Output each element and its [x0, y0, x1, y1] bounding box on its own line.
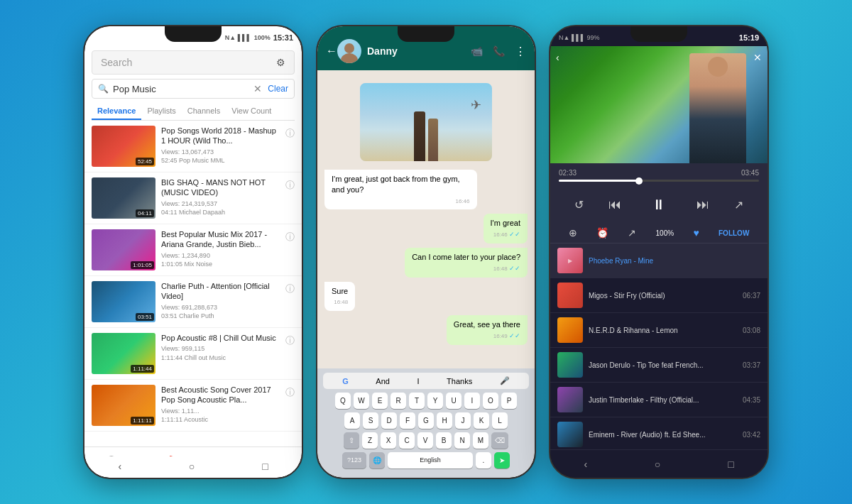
video-title-1: Pop Songs World 2018 - Mashup 1 HOUR (Wi… — [161, 126, 280, 146]
key-s[interactable]: S — [363, 412, 378, 429]
playlist-item-2[interactable]: N.E.R.D & Rihanna - Lemon 03:08 — [550, 313, 768, 348]
suggestion-and[interactable]: And — [376, 377, 390, 385]
info-icon-2[interactable]: ⓘ — [285, 179, 295, 192]
mp-track[interactable] — [559, 180, 759, 182]
favorite-icon[interactable]: ♥ — [693, 227, 699, 239]
add-to-playlist-icon[interactable]: ⊕ — [569, 227, 577, 239]
share2-icon[interactable]: ↗ — [628, 227, 636, 239]
info-icon-6[interactable]: ⓘ — [285, 386, 295, 399]
playlist-info-4: Justin Timberlake - Filthy (Official... — [589, 396, 734, 404]
key-u[interactable]: U — [446, 393, 462, 409]
key-g[interactable]: G — [418, 412, 434, 429]
info-icon-1[interactable]: ⓘ — [285, 127, 295, 140]
message-2: I'm great 16:46 ✓✓ — [324, 214, 528, 248]
tab-viewcount[interactable]: View Count — [226, 103, 277, 120]
mp-current-time: 02:33 — [559, 169, 577, 177]
mp-nav-home[interactable]: ○ — [655, 459, 660, 470]
key-p[interactable]: P — [501, 393, 517, 409]
key-f[interactable]: F — [400, 412, 415, 429]
wa-video-call-icon[interactable]: 📹 — [471, 45, 483, 57]
key-m[interactable]: M — [473, 432, 488, 449]
info-icon-5[interactable]: ⓘ — [285, 334, 295, 347]
bubble-out-5: Great, see ya there 16:49 ✓✓ — [447, 315, 528, 345]
key-c[interactable]: C — [399, 432, 415, 449]
suggestion-thanks[interactable]: Thanks — [447, 377, 472, 385]
key-r[interactable]: R — [390, 393, 406, 409]
key-t[interactable]: T — [409, 393, 425, 409]
video-title-5: Pop Acoustic #8 | Chill Out Music — [161, 333, 280, 343]
video-item-3[interactable]: 1:01:05 Best Popular Music Mix 2017 - Ar… — [84, 224, 302, 276]
repeat-icon[interactable]: ↺ — [574, 198, 584, 212]
video-item-6[interactable]: 1:11:11 Best Acoustic Song Cover 2017 Po… — [84, 380, 302, 432]
playlist-item-1[interactable]: Migos - Stir Fry (Official) 06:37 — [550, 278, 768, 313]
gear-icon[interactable]: ⚙ — [276, 57, 285, 68]
keyboard-row-2: A S D F G H J K L — [320, 412, 532, 429]
video-item-1[interactable]: 52:45 Pop Songs World 2018 - Mashup 1 HO… — [84, 121, 302, 172]
key-a[interactable]: A — [344, 412, 360, 429]
key-period[interactable]: . — [476, 452, 491, 469]
wa-call-icon[interactable]: 📞 — [493, 45, 505, 57]
follow-button[interactable]: FOLLOW — [719, 229, 749, 237]
device-back-icon[interactable]: ‹ — [118, 461, 121, 472]
tab-playlists[interactable]: Playlists — [141, 103, 181, 120]
key-w[interactable]: W — [354, 393, 369, 409]
next-track-button[interactable]: ⏭ — [697, 197, 709, 212]
key-x[interactable]: X — [381, 432, 396, 449]
key-h[interactable]: H — [437, 412, 452, 429]
key-v[interactable]: V — [417, 432, 433, 449]
mp-close-button[interactable]: ✕ — [753, 52, 762, 63]
wa-image-preview: ✈ — [360, 83, 492, 161]
playlist-item-3[interactable]: Jason Derulo - Tip Toe feat French... 03… — [550, 348, 768, 383]
prev-track-button[interactable]: ⏮ — [608, 197, 621, 212]
key-q[interactable]: Q — [335, 393, 351, 409]
key-e[interactable]: E — [372, 393, 388, 409]
key-z[interactable]: Z — [362, 432, 378, 449]
tab-channels[interactable]: Channels — [182, 103, 226, 120]
key-n[interactable]: N — [454, 432, 470, 449]
info-icon-4[interactable]: ⓘ — [285, 283, 295, 295]
key-d[interactable]: D — [381, 412, 397, 429]
clear-button[interactable]: Clear — [268, 84, 288, 94]
search-icon: 🔍 — [98, 84, 109, 94]
key-numbers[interactable]: ?123 — [342, 452, 366, 469]
device-home-icon[interactable]: ○ — [189, 461, 195, 472]
wa-menu-icon[interactable]: ⋮ — [515, 45, 526, 58]
current-song-item[interactable]: ▶ Phoebe Ryan - Mine — [550, 243, 768, 278]
video-item-4[interactable]: 03:51 Charlie Puth - Attention [Official… — [84, 276, 302, 328]
key-shift[interactable]: ⇧ — [344, 432, 359, 449]
share-icon[interactable]: ↗ — [734, 198, 743, 212]
key-backspace[interactable]: ⌫ — [491, 432, 508, 449]
timer-icon[interactable]: ⏰ — [596, 227, 608, 239]
playlist-item-4[interactable]: Justin Timberlake - Filthy (Official... … — [550, 383, 768, 417]
pause-button[interactable]: ⏸ — [646, 192, 672, 217]
phone2-screen: ← Danny 📹 📞 ⋮ — [317, 26, 535, 478]
key-i[interactable]: I — [464, 393, 480, 409]
mp-nav-back[interactable]: ‹ — [584, 459, 587, 470]
key-send[interactable]: ➤ — [494, 452, 510, 469]
playlist-item-5[interactable]: Eminem - River (Audio) ft. Ed Shee... 03… — [550, 417, 768, 452]
phone1-searchbar[interactable]: Search ⚙ — [92, 50, 295, 75]
key-k[interactable]: K — [474, 412, 489, 429]
tab-relevance[interactable]: Relevance — [92, 103, 141, 120]
video-meta-3: Views: 1,234,8901:01:05 Mix Noise — [161, 251, 280, 269]
suggestion-i[interactable]: I — [417, 377, 419, 385]
info-icon-3[interactable]: ⓘ — [285, 231, 295, 243]
device-recents-icon[interactable]: □ — [262, 461, 268, 472]
key-l[interactable]: L — [492, 412, 508, 429]
clear-x-icon[interactable]: ✕ — [253, 83, 262, 94]
video-item-5[interactable]: 1:11:44 Pop Acoustic #8 | Chill Out Musi… — [84, 328, 302, 380]
phone1-search-field[interactable]: 🔍 Pop Music ✕ Clear — [92, 79, 295, 99]
duration-2: 04:11 — [136, 209, 154, 217]
mp-back-button[interactable]: ‹ — [556, 52, 559, 63]
wa-back-button[interactable]: ← — [326, 45, 337, 57]
key-o[interactable]: O — [483, 393, 498, 409]
key-b[interactable]: B — [436, 432, 452, 449]
video-thumb-6: 1:11:11 — [92, 385, 155, 426]
key-space[interactable]: English — [388, 452, 473, 469]
key-y[interactable]: Y — [427, 393, 443, 409]
video-item-2[interactable]: 04:11 BIG SHAQ - MANS NOT HOT (MUSIC VID… — [84, 172, 302, 224]
key-globe[interactable]: 🌐 — [369, 452, 385, 469]
mp-nav-recents[interactable]: □ — [728, 459, 733, 470]
mic-suggestion-icon[interactable]: 🎤 — [500, 376, 510, 385]
key-j[interactable]: J — [455, 412, 471, 429]
